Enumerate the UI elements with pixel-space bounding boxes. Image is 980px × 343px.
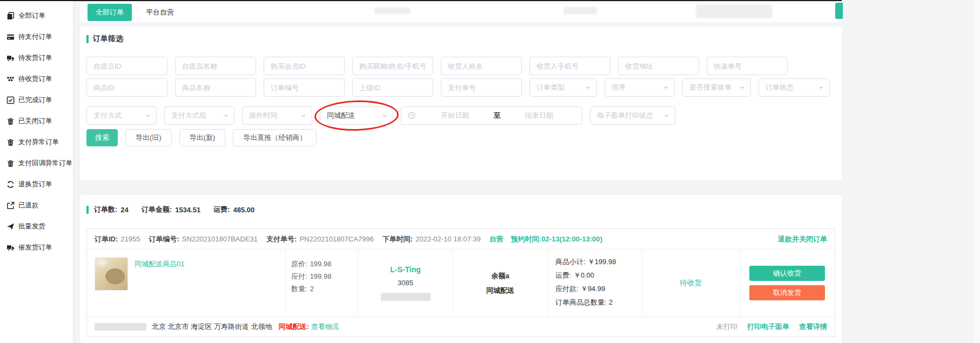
freight-value: 485.00 xyxy=(233,206,255,214)
clock-icon xyxy=(408,112,415,119)
chevron-down-icon xyxy=(664,113,669,118)
filter-section-title: 订单筛选 xyxy=(86,34,835,44)
filter-row-3: 支付方式支付方式组操作时间同城配送开始日期至结束日期电子面单打印状态 xyxy=(86,106,835,125)
check-square-icon xyxy=(6,96,15,105)
scrollbar[interactable] xyxy=(972,0,980,343)
sidebar-item-label: 已关闭订单 xyxy=(18,117,52,126)
cancel-shipment-button[interactable]: 取消发货 xyxy=(749,285,825,300)
shipping-address: 北京 北京市 海淀区 万寿路街道 北领地 xyxy=(152,322,272,332)
order-card-body: 同城配送商品01 原价:199.98 应付:199.98 数量:2 L-S-Ti… xyxy=(87,250,835,317)
product-name-link[interactable]: 同城配送商品01 xyxy=(135,257,184,309)
goods-id-input[interactable] xyxy=(86,78,167,97)
sidebar-item-label: 支付异常订单 xyxy=(18,138,59,147)
order-type-select[interactable]: 订单类型 xyxy=(529,78,597,97)
chevron-down-icon xyxy=(301,113,306,118)
order-id-label: 订单ID: xyxy=(95,234,118,244)
filter-row-2: 订单类型排序是否搜索首单订单状态 xyxy=(86,78,835,97)
sidebar-item[interactable]: 已完成订单 xyxy=(0,90,73,111)
order-status-select[interactable]: 订单状态 xyxy=(759,78,830,97)
goods-name-input[interactable] xyxy=(175,78,256,97)
receiver-address-input[interactable] xyxy=(618,57,699,75)
self-operated-tag: 自营 xyxy=(489,234,504,244)
search-button[interactable]: 搜索 xyxy=(86,129,118,146)
first-order-search-select[interactable]: 是否搜索首单 xyxy=(682,78,751,97)
tracking-no-input[interactable] xyxy=(707,57,788,75)
subtotal-label: 商品小计: xyxy=(555,258,586,266)
buyer-keyword-input[interactable] xyxy=(352,57,433,75)
sidebar-item[interactable]: 待发货订单 xyxy=(0,48,73,69)
redacted-receiver-contact xyxy=(95,323,146,331)
order-no-input[interactable] xyxy=(264,78,345,97)
sidebar-item-label: 待收货订单 xyxy=(18,75,52,84)
card-icon xyxy=(6,33,15,42)
quantity-label: 数量: xyxy=(291,285,307,293)
delivery-type-select[interactable]: 同城配送 xyxy=(320,106,393,125)
sidebar-item[interactable]: 支付异常订单 xyxy=(0,132,73,153)
sidebar-item-label: 已完成订单 xyxy=(18,96,52,105)
share-icon xyxy=(6,201,15,210)
sidebar-item[interactable]: 退换货订单 xyxy=(0,174,73,195)
chevron-down-icon xyxy=(145,113,151,118)
view-detail-link[interactable]: 查看详情 xyxy=(799,322,827,332)
product-image xyxy=(95,257,128,291)
waybill-print-status-select[interactable]: 电子面单打印状态 xyxy=(590,106,675,125)
pay-method-select[interactable]: 支付方式 xyxy=(86,106,157,125)
receiver-phone-input[interactable] xyxy=(529,57,610,75)
sidebar-item-label: 催发货订单 xyxy=(18,243,52,252)
parent-id-input[interactable] xyxy=(352,78,433,97)
floating-widget-button[interactable] xyxy=(835,3,843,19)
sidebar-item-label: 退换货订单 xyxy=(18,180,52,189)
trash-icon xyxy=(6,117,15,126)
date-range-picker[interactable]: 开始日期至结束日期 xyxy=(401,106,582,125)
confirm-receipt-button[interactable]: 确认收货 xyxy=(749,266,825,281)
sidebar-item[interactable]: 待支付订单 xyxy=(0,26,73,48)
export-old-button[interactable]: 导出(旧) xyxy=(125,129,172,146)
sidebar-item-label: 全部订单 xyxy=(18,11,45,21)
view-logistics-link[interactable]: 查看物流 xyxy=(311,322,339,332)
sidebar-item-label: 待发货订单 xyxy=(18,53,52,63)
sidebar-item[interactable]: 待收货订单 xyxy=(0,69,73,90)
tab-all-orders[interactable]: 全部订单 xyxy=(88,4,132,21)
pickup-name-input[interactable] xyxy=(175,57,256,75)
buyer-member-id: 3085 xyxy=(398,279,413,287)
redacted-area xyxy=(563,7,597,15)
sidebar-item[interactable]: 支付回调异常订单 xyxy=(0,153,73,174)
sidebar-item[interactable]: 催发货订单 xyxy=(0,237,73,258)
operate-time-select[interactable]: 操作时间 xyxy=(242,106,312,125)
order-no-label: 订单编号: xyxy=(149,234,179,244)
order-time-label: 下单时间: xyxy=(382,234,413,244)
sort-select[interactable]: 排序 xyxy=(605,78,675,97)
sidebar-item[interactable]: 批量发货 xyxy=(0,216,73,237)
delivery-method: 同城配送 xyxy=(486,283,514,298)
freight-label: 运费: xyxy=(213,205,230,214)
chevron-down-icon xyxy=(586,85,591,90)
copy-icon xyxy=(6,12,15,21)
print-waybill-link[interactable]: 打印电子面单 xyxy=(747,322,789,332)
refund-close-link[interactable]: 退款并关闭订单 xyxy=(778,234,827,244)
quantity-value: 2 xyxy=(310,285,314,293)
payable-price-value: 199.98 xyxy=(310,272,332,280)
pay-method-group-select[interactable]: 支付方式组 xyxy=(164,106,234,125)
order-amount-label: 订单金额: xyxy=(142,205,172,214)
sidebar-item[interactable]: 已关闭订单 xyxy=(0,111,73,132)
total-qty-label: 订单商品总数量: xyxy=(555,298,607,306)
product-cell: 同城配送商品01 xyxy=(87,250,286,317)
sidebar-item[interactable]: 全部订单 xyxy=(0,5,73,26)
order-card: 订单ID: 21955 订单编号: SN2202101807BADE31 支付单… xyxy=(86,228,835,337)
order-freight-value: ￥0.00 xyxy=(574,271,594,279)
trash-icon xyxy=(6,138,15,147)
tab-platform-self[interactable]: 平台自营 xyxy=(146,8,174,17)
trash-icon xyxy=(6,159,15,168)
export-direct-button[interactable]: 导出直推（经销商） xyxy=(233,129,317,146)
total-qty-value: 2 xyxy=(609,298,613,306)
pickup-id-input[interactable] xyxy=(86,57,167,75)
filter-row-1 xyxy=(86,57,835,75)
pay-no-input[interactable] xyxy=(441,78,522,97)
sidebar-item[interactable]: 已退款 xyxy=(0,195,73,216)
order-id-value: 21955 xyxy=(120,235,140,243)
buyer-member-id-input[interactable] xyxy=(264,57,345,75)
orders-panel: 订单数: 24 订单金额: 1534.51 运费: 485.00 订单ID: 2… xyxy=(80,195,842,343)
receiver-name-input[interactable] xyxy=(441,57,522,75)
boxes-icon xyxy=(6,75,15,84)
export-new-button[interactable]: 导出(新) xyxy=(179,129,226,146)
